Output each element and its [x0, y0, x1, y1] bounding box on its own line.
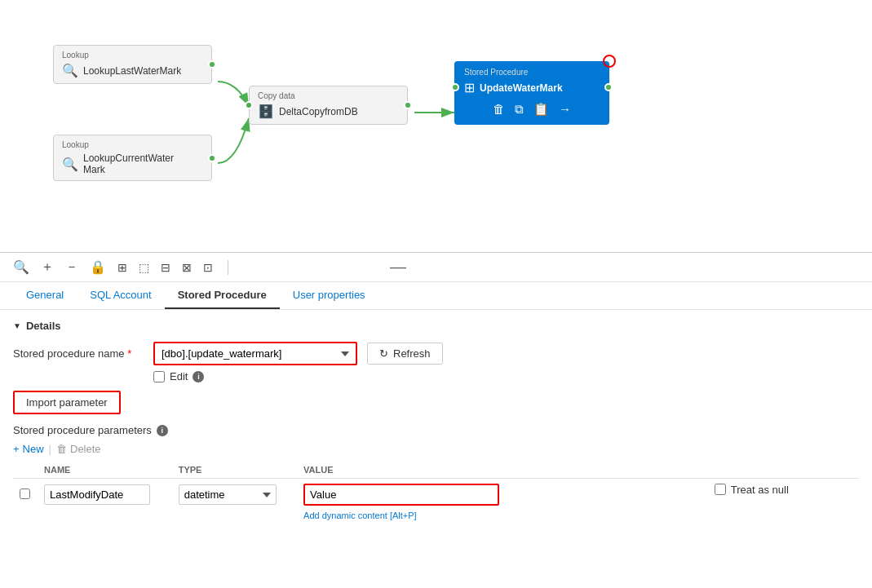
param-type-cell: datetime int nvarchar bit float [172, 479, 297, 523]
form-area: ▼ Details Stored procedure name * [dbo].… [0, 310, 872, 532]
param-name-cell [38, 479, 172, 523]
canvas-arrows [0, 0, 872, 252]
sp-name-row: Stored procedure name * [dbo].[update_wa… [13, 342, 859, 365]
section-chevron[interactable]: ▼ [13, 321, 21, 330]
sp-clone-icon[interactable]: ⧉ [515, 102, 524, 117]
delete-param-button[interactable]: 🗑 Delete [56, 443, 101, 455]
toolbar: 🔍 ＋ － 🔒 ⊞ ⬚ ⊟ ⊠ ⊡ — [0, 253, 872, 282]
refresh-label: Refresh [393, 347, 431, 360]
table-row: datetime int nvarchar bit float Add dyna… [13, 479, 859, 523]
copy-data-node[interactable]: Copy data 🗄️ DeltaCopyfromDB [249, 86, 408, 125]
table-header-row: NAME TYPE VALUE [13, 462, 859, 479]
refresh-icon: ↻ [379, 347, 388, 360]
sp-name: UpdateWaterMark [480, 82, 563, 94]
add-param-button[interactable]: + New [13, 443, 44, 455]
lookup1-icon: 🔍 [62, 63, 78, 78]
minus-icon[interactable]: － [65, 259, 78, 276]
copy-data-label: Copy data [258, 91, 399, 100]
delete-icon: 🗑 [56, 443, 67, 455]
add-dynamic-content[interactable]: Add dynamic content [Alt+P] [303, 511, 417, 520]
drag-handle: — [390, 258, 406, 276]
col-type-header: TYPE [172, 462, 297, 479]
edit-label: Edit [170, 370, 188, 382]
pipeline-canvas: Lookup 🔍 LookupLastWaterMark Lookup 🔍 Lo… [0, 0, 872, 253]
tab-stored-procedure[interactable]: Stored Procedure [165, 282, 280, 309]
actions-divider: | [49, 443, 51, 455]
multiselect-icon[interactable]: ⊠ [182, 261, 192, 274]
lookup1-node[interactable]: Lookup 🔍 LookupLastWaterMark [53, 45, 212, 84]
treat-as-null-checkbox[interactable] [715, 484, 726, 495]
param-value-input[interactable] [303, 484, 499, 506]
select-icon[interactable]: ⊟ [161, 261, 170, 274]
required-star: * [127, 347, 131, 360]
sp-name-label: Stored procedure name * [13, 347, 144, 360]
value-input-wrap: Add dynamic content [Alt+P] [303, 484, 499, 506]
tab-general[interactable]: General [13, 282, 77, 309]
copy-data-name: DeltaCopyfromDB [279, 106, 358, 117]
lookup1-connector [208, 60, 216, 69]
sp-label: Stored Procedure [464, 68, 600, 77]
plus-icon: + [13, 443, 20, 455]
lookup1-name: LookupLastWaterMark [83, 65, 181, 77]
lookup2-connector [208, 154, 216, 162]
sp-name-select[interactable]: [dbo].[update_watermark] [153, 342, 357, 365]
import-parameter-button[interactable]: Import parameter [13, 391, 121, 414]
col-value-header: VALUE [297, 462, 859, 479]
tab-user-properties[interactable]: User properties [280, 282, 378, 309]
params-actions: + New | 🗑 Delete [13, 443, 859, 455]
lookup2-label: Lookup [62, 140, 203, 149]
sp-action-bar: 🗑 ⧉ 📋 → [464, 102, 600, 117]
copy-data-out-connector [404, 101, 412, 109]
edit-row: Edit i [153, 370, 859, 382]
details-section-title: ▼ Details [13, 320, 859, 332]
stored-proc-node[interactable]: Stored Procedure ⊞ UpdateWaterMark 🗑 ⧉ 📋… [454, 61, 609, 125]
params-table: NAME TYPE VALUE datetime int nvarchar [13, 462, 859, 522]
sp-in-connector [451, 83, 459, 91]
search-icon[interactable]: 🔍 [13, 259, 29, 275]
param-name-input[interactable] [44, 484, 150, 505]
sp-icon: ⊞ [464, 80, 475, 95]
copy-data-in-connector [245, 101, 253, 109]
refresh-button[interactable]: ↻ Refresh [367, 343, 443, 365]
treat-as-null-label: Treat as null [731, 484, 789, 496]
grid-icon[interactable]: ⊞ [117, 261, 127, 274]
sp-red-circle [603, 55, 616, 68]
sp-copy-icon[interactable]: 📋 [533, 102, 549, 117]
params-title: Stored procedure parameters i [13, 424, 859, 436]
toolbar-divider [228, 260, 228, 275]
lock-icon[interactable]: 🔒 [90, 259, 106, 275]
section-label: Details [26, 320, 61, 332]
edit-checkbox[interactable] [153, 371, 165, 382]
tab-bar: General SQL Account Stored Procedure Use… [0, 282, 872, 310]
add-icon[interactable]: ＋ [41, 259, 54, 276]
param-value-cell: Add dynamic content [Alt+P] Treat as nul… [297, 479, 859, 523]
lookup2-node[interactable]: Lookup 🔍 LookupCurrentWaterMark [53, 135, 212, 181]
col-check-header [13, 462, 38, 479]
row-checkbox-cell [13, 479, 38, 523]
param-type-select[interactable]: datetime int nvarchar bit float [179, 484, 277, 505]
params-info-icon: i [157, 425, 168, 436]
layout-icon[interactable]: ⊡ [203, 261, 213, 274]
sp-delete-icon[interactable]: 🗑 [493, 102, 505, 117]
lookup1-label: Lookup [62, 51, 203, 60]
row-checkbox[interactable] [20, 489, 30, 499]
frame-icon[interactable]: ⬚ [139, 261, 149, 274]
tab-sql-account[interactable]: SQL Account [77, 282, 164, 309]
lookup2-icon: 🔍 [62, 157, 78, 172]
sp-connect-icon[interactable]: → [559, 102, 571, 117]
edit-info-icon: i [193, 371, 204, 382]
col-name-header: NAME [38, 462, 172, 479]
lookup2-name: LookupCurrentWaterMark [83, 153, 174, 175]
copy-data-icon: 🗄️ [258, 104, 274, 119]
sp-out-connector [604, 83, 613, 91]
